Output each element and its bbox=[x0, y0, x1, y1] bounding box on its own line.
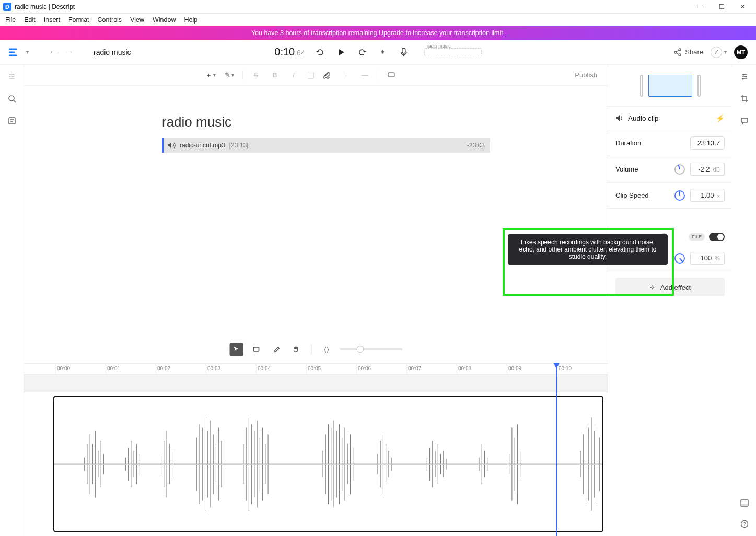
properties-panel: Audio clip ⚡ Duration 23:13.7 Volume -2.… bbox=[608, 65, 732, 536]
color-swatch[interactable] bbox=[307, 72, 314, 79]
intensity-value[interactable]: 100% bbox=[690, 252, 725, 265]
sliders-icon[interactable] bbox=[739, 71, 750, 83]
ruler-tick: 00:05 bbox=[308, 366, 321, 371]
bold-button[interactable]: B bbox=[269, 70, 281, 81]
volume-knob[interactable] bbox=[674, 164, 685, 175]
ruler-tick: 00:09 bbox=[508, 366, 521, 371]
redo-button[interactable] bbox=[356, 47, 368, 58]
status-check[interactable]: ✓ bbox=[711, 47, 722, 58]
add-effect-label: Add effect bbox=[660, 283, 691, 291]
intensity-knob[interactable] bbox=[674, 253, 685, 264]
minimize-button[interactable]: — bbox=[690, 3, 711, 10]
row-volume: Volume -2.2dB bbox=[608, 156, 732, 183]
italic-button[interactable]: I bbox=[288, 70, 299, 81]
bolt-icon[interactable]: ⚡ bbox=[716, 114, 725, 122]
clip-remaining: -23:03 bbox=[467, 142, 485, 149]
menu-help[interactable]: Help bbox=[184, 16, 197, 24]
row-speed: Clip Speed 1.00x bbox=[608, 183, 732, 209]
zoom-slider[interactable] bbox=[340, 348, 402, 350]
blade-tool[interactable] bbox=[269, 343, 283, 356]
crop-icon[interactable] bbox=[739, 93, 750, 105]
script-icon[interactable] bbox=[6, 115, 18, 127]
status-chevron-icon: ▾ bbox=[724, 49, 727, 55]
timeline-tools: ⟨⟩ bbox=[229, 339, 402, 363]
menu-window[interactable]: Window bbox=[153, 16, 176, 24]
menu-view[interactable]: View bbox=[130, 16, 144, 24]
studio-tooltip: Fixes speech recordings with background … bbox=[508, 234, 668, 265]
panel-title: Audio clip bbox=[628, 115, 659, 122]
clip-filename: radio-uncut.mp3 bbox=[180, 142, 225, 149]
speed-label: Clip Speed bbox=[615, 191, 649, 199]
speed-knob[interactable] bbox=[674, 190, 685, 201]
range-tool[interactable] bbox=[249, 343, 263, 356]
select-tool[interactable] bbox=[229, 343, 243, 356]
gap-button[interactable]: ⸽ bbox=[340, 70, 352, 81]
waveform-clip[interactable] bbox=[53, 396, 603, 532]
doc-toolbar: ＋▾ ✎▾ S̶ B I ⸽ — Publish bbox=[24, 65, 608, 86]
window-title: radio music | Descript bbox=[15, 3, 75, 10]
svg-rect-10 bbox=[741, 504, 748, 506]
duration-value[interactable]: 23:13.7 bbox=[690, 136, 725, 150]
divider-button[interactable]: — bbox=[359, 70, 370, 81]
ruler-tick: 00:07 bbox=[408, 366, 421, 371]
upgrade-banner: You have 3 hours of transcription remain… bbox=[0, 26, 756, 40]
menu-controls[interactable]: Controls bbox=[98, 16, 122, 24]
share-button[interactable]: Share bbox=[673, 48, 703, 56]
menu-edit[interactable]: Edit bbox=[24, 16, 36, 24]
maximize-button[interactable]: ☐ bbox=[711, 3, 732, 10]
timecode-sub: .64 bbox=[295, 49, 305, 57]
logo-chevron-icon: ▾ bbox=[26, 49, 29, 55]
ruler-tick: 00:02 bbox=[157, 366, 170, 371]
project-name[interactable]: radio music bbox=[94, 48, 131, 56]
add-button[interactable]: ＋▾ bbox=[205, 70, 216, 81]
attachment-button[interactable] bbox=[321, 70, 333, 81]
help-circle-icon[interactable]: ? bbox=[739, 518, 750, 530]
mic-button[interactable] bbox=[398, 47, 410, 58]
file-badge: FILE bbox=[689, 233, 705, 241]
panel-toggle-icon[interactable] bbox=[739, 497, 750, 509]
snap-toggle[interactable]: ⟨⟩ bbox=[320, 343, 333, 356]
svg-point-1 bbox=[9, 96, 14, 101]
mini-composition[interactable]: radio music bbox=[424, 48, 482, 56]
timecode-main: 0:10 bbox=[274, 46, 295, 58]
time-ruler[interactable]: 00:0000:0100:0200:0300:0400:0500:0600:07… bbox=[24, 364, 608, 374]
hand-tool[interactable] bbox=[289, 343, 303, 356]
topbar: ▾ ← → radio music 0:10.64 ✦ radio music … bbox=[0, 40, 756, 65]
magic-button[interactable]: ✦ bbox=[377, 47, 389, 58]
audio-clip-strip[interactable]: radio-uncut.mp3 [23:13] -23:03 bbox=[162, 138, 490, 153]
doc-title[interactable]: radio music bbox=[162, 114, 231, 130]
scene-thumb[interactable] bbox=[648, 75, 692, 97]
logo-menu[interactable] bbox=[8, 47, 20, 58]
bracket-right-icon bbox=[697, 75, 701, 97]
volume-value[interactable]: -2.2dB bbox=[690, 163, 725, 176]
ruler-tick: 00:00 bbox=[57, 366, 70, 371]
playhead[interactable] bbox=[556, 364, 557, 536]
search-icon[interactable] bbox=[6, 93, 18, 105]
svg-rect-0 bbox=[402, 48, 405, 53]
menu-file[interactable]: File bbox=[5, 16, 16, 24]
nav-back[interactable]: ← bbox=[49, 47, 58, 58]
menu-insert[interactable]: Insert bbox=[44, 16, 60, 24]
ruler-tick: 00:01 bbox=[107, 366, 120, 371]
chat-icon[interactable] bbox=[739, 115, 750, 127]
undo-button[interactable] bbox=[315, 47, 326, 58]
publish-button[interactable]: Publish bbox=[575, 71, 597, 79]
speed-value[interactable]: 1.00x bbox=[690, 189, 725, 202]
play-button[interactable] bbox=[335, 47, 347, 58]
add-effect-button[interactable]: ✧ Add effect bbox=[615, 278, 725, 296]
wand-button[interactable]: ✎▾ bbox=[224, 70, 235, 81]
banner-text: You have 3 hours of transcription remain… bbox=[251, 29, 379, 37]
svg-rect-2 bbox=[9, 118, 15, 124]
strikethrough-button[interactable]: S̶ bbox=[250, 70, 262, 81]
studio-toggle[interactable] bbox=[709, 233, 725, 241]
svg-point-6 bbox=[745, 76, 747, 77]
hamburger-icon[interactable]: ☰ bbox=[6, 71, 18, 83]
nav-forward[interactable]: → bbox=[64, 47, 74, 58]
banner-link[interactable]: Upgrade to increase your transcription l… bbox=[379, 29, 505, 37]
close-button[interactable]: ✕ bbox=[732, 3, 753, 10]
row-duration: Duration 23:13.7 bbox=[608, 130, 732, 156]
menu-format[interactable]: Format bbox=[68, 16, 89, 24]
avatar[interactable]: MT bbox=[734, 45, 748, 59]
comment-button[interactable] bbox=[386, 70, 397, 81]
doc-cursor bbox=[162, 138, 164, 153]
